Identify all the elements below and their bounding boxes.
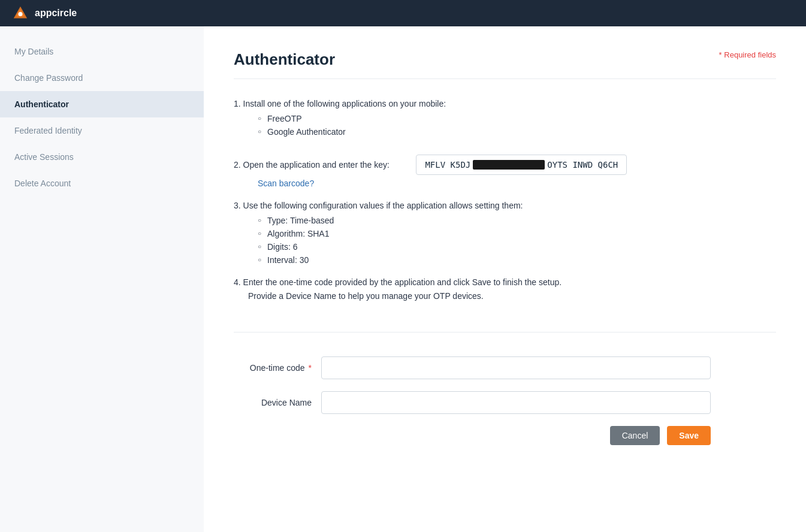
app-title: appcircle — [35, 8, 77, 19]
scan-barcode-link[interactable]: Scan barcode? — [258, 179, 776, 188]
config-interval: Interval: 30 — [258, 255, 776, 265]
cancel-button[interactable]: Cancel — [610, 426, 660, 445]
required-asterisk: * — [719, 50, 722, 59]
step3-configs-list: Type: Time-based Algorithm: SHA1 Digits:… — [234, 216, 776, 265]
config-type: Type: Time-based — [258, 216, 776, 225]
page-header: Authenticator * Required fields — [234, 50, 776, 79]
sidebar-item-federated-identity[interactable]: Federated Identity — [0, 117, 204, 144]
sidebar-item-delete-account[interactable]: Delete Account — [0, 170, 204, 197]
sidebar-item-my-details[interactable]: My Details — [0, 38, 204, 65]
step-1: 1. Install one of the following applicat… — [234, 98, 776, 137]
one-time-code-row: One-time code * — [234, 356, 776, 379]
one-time-code-label: One-time code * — [234, 363, 312, 373]
key-prefix: MFLV K5DJ — [425, 160, 470, 170]
app-google-authenticator: Google Authenticator — [258, 127, 776, 137]
config-algorithm: Algorithm: SHA1 — [258, 229, 776, 238]
sidebar-item-change-password[interactable]: Change Password — [0, 65, 204, 91]
sidebar-item-active-sessions[interactable]: Active Sessions — [0, 144, 204, 170]
sidebar-item-authenticator[interactable]: Authenticator — [0, 91, 204, 117]
step-4: 4. Enter the one-time code provided by t… — [234, 277, 776, 301]
key-redacted — [473, 160, 545, 170]
required-note: * Required fields — [719, 50, 776, 59]
form-section: One-time code * Device Name Cancel Save — [234, 352, 776, 445]
one-time-code-input[interactable] — [321, 356, 711, 379]
page-title: Authenticator — [234, 50, 335, 69]
key-suffix: OYTS INWD Q6CH — [547, 160, 618, 170]
step1-label: 1. Install one of the following applicat… — [234, 99, 446, 108]
step1-apps-list: FreeOTP Google Authenticator — [234, 114, 776, 137]
main-content: Authenticator * Required fields 1. Insta… — [204, 26, 806, 532]
config-digits: Digits: 6 — [258, 242, 776, 252]
appcircle-logo-icon — [12, 5, 29, 22]
app-freeotp: FreeOTP — [258, 114, 776, 123]
main-layout: My Details Change Password Authenticator… — [0, 26, 806, 532]
otp-key-box: MFLV K5DJ OYTS INWD Q6CH — [416, 155, 627, 175]
sidebar: My Details Change Password Authenticator… — [0, 26, 204, 532]
device-name-input[interactable] — [321, 391, 711, 414]
step-3: 3. Use the following configuration value… — [234, 200, 776, 265]
required-star: * — [306, 363, 312, 373]
topnav: appcircle — [0, 0, 806, 26]
step4-note: Provide a Device Name to help you manage… — [234, 291, 776, 301]
instructions-section: 1. Install one of the following applicat… — [234, 98, 776, 332]
step3-label: 3. Use the following configuration value… — [234, 201, 523, 210]
step2-label: 2. Open the application and enter the ke… — [234, 160, 390, 170]
form-actions: Cancel Save — [234, 426, 711, 445]
svg-point-2 — [19, 12, 23, 16]
device-name-label: Device Name — [234, 398, 312, 407]
save-button[interactable]: Save — [667, 426, 711, 445]
step4-label: 4. Enter the one-time code provided by t… — [234, 277, 562, 287]
step-2: 2. Open the application and enter the ke… — [234, 149, 776, 188]
device-name-row: Device Name — [234, 391, 776, 414]
